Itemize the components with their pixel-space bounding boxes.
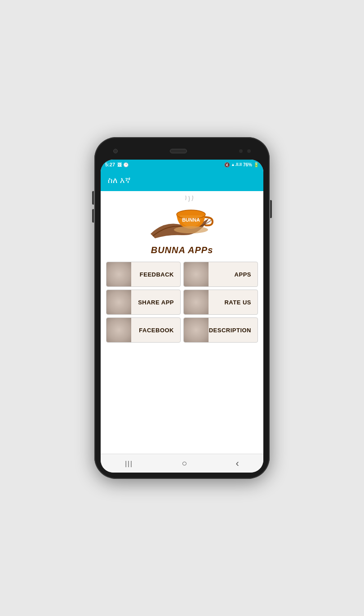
- facebook-button[interactable]: FACEBOOK: [106, 317, 181, 343]
- battery-icon: 🔋: [253, 162, 259, 167]
- phone-top-hardware: [101, 143, 263, 160]
- feedback-label: FEEDBACK: [140, 271, 174, 278]
- rate-us-label: RATE US: [224, 299, 251, 306]
- phone-screen: 5:27 🖼 🕐 🔇 ▲.ll.ll 76% 🔋 ስለ እኛ: [101, 160, 263, 473]
- status-left: 5:27 🖼 🕐: [105, 162, 129, 167]
- volume-up-button: [92, 191, 94, 205]
- nav-home-button[interactable]: ○: [174, 455, 194, 472]
- status-time: 5:27: [105, 162, 115, 167]
- menu-buttons-grid: FEEDBACK APPS SHARE APP RATE US FACEBOOK: [106, 262, 258, 343]
- nav-back-button[interactable]: ‹: [229, 454, 246, 473]
- earpiece-speaker: [170, 149, 187, 153]
- button-bg-facebook: [107, 318, 131, 342]
- button-bg-apps: [184, 262, 209, 286]
- description-label: DESCRIPTION: [209, 327, 251, 334]
- signal-icon: ▲.ll.ll: [231, 162, 242, 167]
- logo-text: BUNNA APPs: [151, 245, 213, 255]
- navigation-bar: ||| ○ ‹: [101, 454, 263, 473]
- sensor-2: [247, 149, 251, 153]
- logo-area: BUNNA BUNNA APPs: [106, 196, 258, 255]
- rate-us-button[interactable]: RATE US: [183, 290, 258, 315]
- sensor-1: [239, 149, 243, 153]
- button-bg-share: [107, 290, 131, 314]
- svg-point-3: [174, 226, 208, 233]
- phone-device: 5:27 🖼 🕐 🔇 ▲.ll.ll 76% 🔋 ስለ እኛ: [94, 137, 270, 479]
- front-camera: [113, 149, 118, 153]
- apps-button[interactable]: APPS: [183, 262, 258, 287]
- description-button[interactable]: DESCRIPTION: [183, 317, 258, 343]
- facebook-label: FACEBOOK: [139, 327, 174, 334]
- battery-level: 76%: [243, 162, 252, 167]
- button-bg-description: [184, 318, 209, 342]
- share-app-button[interactable]: SHARE APP: [106, 290, 181, 315]
- volume-down-button: [92, 209, 94, 223]
- apps-label: APPS: [235, 271, 251, 278]
- status-bar: 5:27 🖼 🕐 🔇 ▲.ll.ll 76% 🔋: [101, 160, 263, 170]
- logo-image: BUNNA: [146, 196, 218, 245]
- logo-svg: BUNNA: [146, 196, 218, 245]
- power-button: [270, 200, 272, 218]
- button-bg-feedback: [107, 262, 131, 286]
- app-bar: ስለ እኛ: [101, 170, 263, 191]
- nav-recent-button[interactable]: |||: [118, 456, 140, 471]
- button-bg-rate: [184, 290, 209, 314]
- sensors: [239, 149, 251, 153]
- svg-text:BUNNA: BUNNA: [182, 217, 200, 223]
- share-app-label: SHARE APP: [138, 299, 174, 306]
- mute-icon: 🔇: [224, 162, 230, 167]
- status-icons: 🖼 🕐: [117, 162, 129, 167]
- status-right: 🔇 ▲.ll.ll 76% 🔋: [224, 162, 259, 167]
- content-area: BUNNA BUNNA APPs FEEDBACK APPS: [101, 191, 263, 454]
- feedback-button[interactable]: FEEDBACK: [106, 262, 181, 287]
- app-title: ስለ እኛ: [108, 176, 131, 185]
